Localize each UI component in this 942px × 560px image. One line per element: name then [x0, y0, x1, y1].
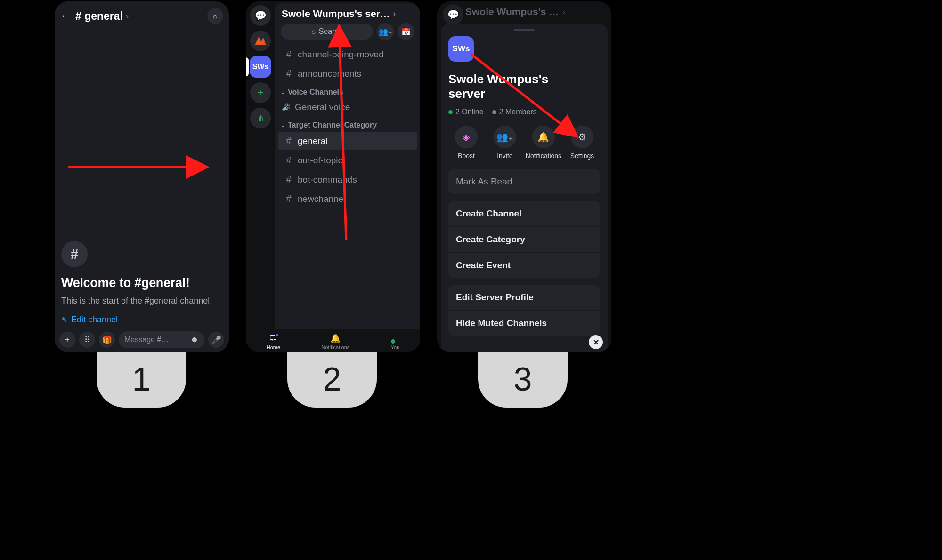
notifications-button[interactable]: 🔔 Notifications — [526, 126, 561, 160]
hash-icon: # — [284, 193, 293, 204]
invite-icon: 👥₊ — [494, 126, 516, 148]
nav-notifications[interactable]: 🔔 Notifications — [321, 333, 349, 350]
step-badge-2: 2 — [287, 351, 377, 408]
add-server-button[interactable]: + — [250, 82, 271, 103]
composer-bar: + ⠿ 🎁 Message #… ☻ 🎤 — [55, 328, 229, 352]
back-icon[interactable]: ← — [60, 10, 71, 22]
boost-button[interactable]: ◈ Boost — [448, 126, 484, 160]
server-icon-1[interactable] — [250, 31, 271, 51]
server-actions-sheet: SWs Swole Wumpus's server 2 Online 2 Mem… — [441, 24, 608, 352]
gift-button[interactable]: 🎁 — [99, 332, 115, 348]
search-icon: ⌕ — [311, 27, 316, 36]
channel-list-panel: Swole Wumpus's serv… › ⌕ Search 👥₊ 📅 #ch… — [275, 3, 420, 352]
screenshot-3: 💬 Swole Wumpus's serv… › SWs Swole Wumpu… — [437, 1, 611, 352]
chevron-right-icon: › — [126, 11, 129, 21]
chevron-right-icon: › — [562, 7, 565, 17]
active-server-icon[interactable]: SWs — [250, 56, 271, 78]
welcome-description: This is the start of the #general channe… — [61, 295, 222, 306]
channel-item[interactable]: #out-of-topic — [278, 151, 417, 169]
voice-channel-item[interactable]: 🔊General voice — [275, 98, 420, 116]
invite-button[interactable]: 👥₊ Invite — [487, 126, 523, 160]
search-label: Search — [319, 27, 343, 36]
events-button[interactable]: 📅 — [398, 23, 414, 40]
speaker-icon: 🔊 — [282, 103, 290, 112]
discover-button[interactable]: ⋔ — [250, 108, 271, 128]
close-button[interactable]: ✕ — [589, 335, 603, 349]
search-icon[interactable]: ⌕ — [207, 8, 223, 24]
chevron-right-icon: › — [393, 9, 396, 19]
pencil-icon: ✎ — [61, 316, 67, 324]
channel-item[interactable]: #announcements — [278, 64, 417, 83]
server-title-dimmed: Swole Wumpus's serv… › — [437, 1, 611, 20]
active-server-indicator — [246, 57, 249, 76]
category-header-voice[interactable]: ⌄Voice Channels — [275, 83, 420, 98]
channel-item[interactable]: #bot-commands — [278, 170, 417, 189]
more-card: Edit Server Profile Hide Muted Channels — [448, 285, 600, 336]
attach-button[interactable]: + — [59, 332, 75, 348]
hash-icon: # — [61, 241, 88, 267]
caret-down-icon: ⌄ — [281, 122, 285, 128]
dm-button-dimmed: 💬 — [443, 4, 463, 25]
bell-icon: 🔔 — [330, 333, 341, 344]
hash-icon: # — [284, 68, 293, 79]
notification-dot — [275, 333, 279, 337]
channel-welcome-block: # Welcome to #general! This is the start… — [55, 241, 229, 325]
create-event-item[interactable]: Create Event — [448, 252, 600, 278]
hash-icon: # — [284, 155, 293, 166]
create-category-item[interactable]: Create Category — [448, 226, 600, 252]
edit-server-profile-item[interactable]: Edit Server Profile — [448, 285, 600, 310]
category-header-target[interactable]: ⌄Target Channel Category — [275, 116, 420, 131]
server-title: Swole Wumpus's serv… — [282, 8, 390, 19]
members-dot-icon — [492, 110, 496, 114]
server-stats: 2 Online 2 Members — [448, 108, 600, 116]
edit-channel-label: Edit channel — [71, 315, 118, 325]
create-channel-item[interactable]: Create Channel — [448, 201, 600, 226]
screenshot-2: 💬 SWs + ⋔ Swole Wumpus's serv… › ⌕ Searc… — [246, 1, 420, 352]
emoji-icon[interactable]: ☻ — [190, 335, 199, 344]
nav-home[interactable]: 🗨 Home — [267, 334, 280, 350]
nav-you[interactable]: You — [391, 344, 400, 350]
server-title-row[interactable]: Swole Wumpus's serv… › — [275, 3, 420, 23]
edit-channel-link[interactable]: ✎ Edit channel — [61, 315, 222, 325]
hash-icon: # — [284, 49, 293, 60]
welcome-heading: Welcome to #general! — [61, 276, 222, 290]
quick-actions: ◈ Boost 👥₊ Invite 🔔 Notifications ⚙ Sett… — [448, 126, 600, 160]
channel-title[interactable]: # general — [75, 10, 123, 23]
step-badge-1: 1 — [97, 351, 186, 408]
message-input[interactable]: Message #… ☻ — [119, 331, 204, 348]
screenshot-1: ← # general › ⌕ # Welcome to #general! T… — [55, 1, 229, 352]
hide-muted-channels-item[interactable]: Hide Muted Channels — [448, 310, 600, 336]
search-input[interactable]: ⌕ Search — [281, 24, 373, 40]
server-icon: SWs — [448, 36, 474, 62]
channel-item[interactable]: #newchannel — [278, 190, 417, 208]
home-icon: 🗨 — [269, 334, 277, 344]
online-dot-icon — [448, 110, 453, 114]
boost-icon: ◈ — [455, 126, 478, 148]
channel-header: ← # general › ⌕ — [55, 1, 229, 29]
create-card: Create Channel Create Category Create Ev… — [448, 201, 600, 278]
mic-button[interactable]: 🎤 — [208, 332, 224, 348]
dm-button[interactable]: 💬 — [250, 5, 271, 26]
settings-button[interactable]: ⚙ Settings — [564, 126, 600, 160]
apps-button[interactable]: ⠿ — [79, 332, 95, 348]
invite-button[interactable]: 👥₊ — [377, 23, 394, 40]
gear-icon: ⚙ — [571, 126, 593, 148]
step-badge-3: 3 — [478, 351, 568, 408]
caret-down-icon: ⌄ — [281, 89, 285, 96]
mark-as-read-item[interactable]: Mark As Read — [448, 169, 600, 194]
hash-icon: # — [284, 136, 293, 146]
bell-icon: 🔔 — [532, 126, 555, 148]
channel-item-selected[interactable]: #general — [278, 132, 417, 150]
mark-read-card: Mark As Read — [448, 169, 600, 194]
hash-icon: # — [284, 174, 293, 185]
server-name: Swole Wumpus's server — [448, 72, 571, 101]
channel-item[interactable]: #channel-being-moved — [278, 45, 417, 64]
message-placeholder: Message #… — [124, 336, 169, 344]
sheet-handle[interactable] — [514, 29, 535, 31]
bottom-nav: 🗨 Home 🔔 Notifications You — [246, 329, 420, 352]
server-logo-icon — [255, 37, 266, 45]
server-rail: 💬 SWs + ⋔ — [246, 1, 275, 352]
